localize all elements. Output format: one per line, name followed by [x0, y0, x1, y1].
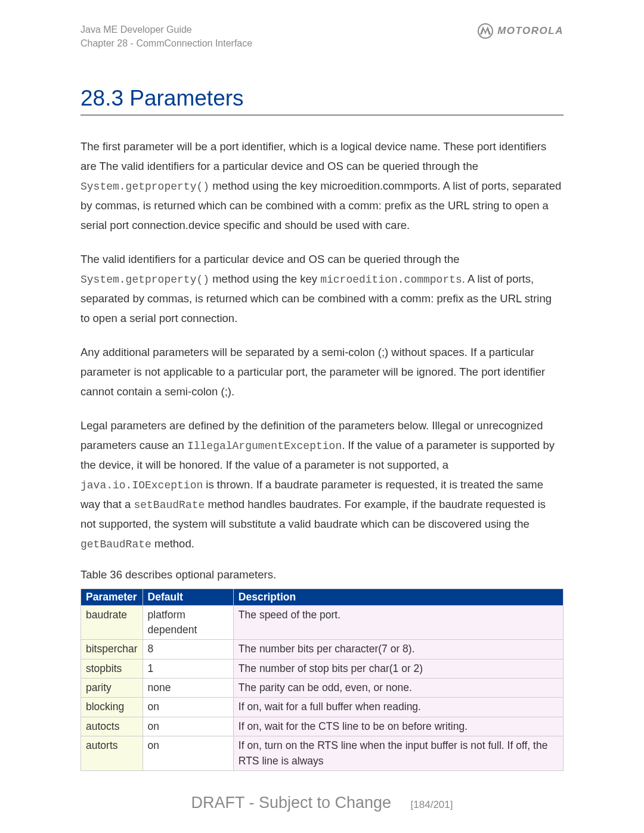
- table-row: parity none The parity can be odd, even,…: [81, 679, 564, 698]
- cell-default: 8: [143, 640, 233, 659]
- table-row: bitsperchar 8 The number bits per charac…: [81, 640, 564, 659]
- paragraph-1: The first parameter will be a port ident…: [80, 137, 564, 236]
- col-header-default: Default: [143, 589, 233, 605]
- cell-description: The parity can be odd, even, or none.: [233, 679, 563, 698]
- page-footer: DRAFT - Subject to Change [184/201]: [0, 794, 644, 812]
- cell-parameter: autorts: [81, 736, 143, 771]
- table-row: autocts on If on, wait for the CTS line …: [81, 717, 564, 736]
- draft-watermark: DRAFT - Subject to Change: [191, 794, 391, 812]
- code-system-getproperty: System.getproperty(): [80, 181, 209, 193]
- cell-description: The speed of the port.: [233, 605, 563, 640]
- cell-parameter: parity: [81, 679, 143, 698]
- cell-parameter: autocts: [81, 717, 143, 736]
- cell-description: If on, turn on the RTS line when the inp…: [233, 736, 563, 771]
- code-illegal-argument-exception: IllegalArgumentException: [187, 440, 342, 452]
- cell-description: If on, wait for the CTS line to be on be…: [233, 717, 563, 736]
- brand-logo: MOTOROLA: [477, 23, 564, 39]
- col-header-description: Description: [233, 589, 563, 605]
- code-setbaudrate: setBaudRate: [134, 499, 205, 511]
- page-header: Java ME Developer Guide Chapter 28 - Com…: [80, 23, 564, 50]
- cell-default: none: [143, 679, 233, 698]
- header-line-1: Java ME Developer Guide: [80, 23, 252, 36]
- motorola-icon: [477, 23, 494, 39]
- header-text-block: Java ME Developer Guide Chapter 28 - Com…: [80, 23, 252, 50]
- code-microedition-commports: microedition.commports: [320, 274, 462, 286]
- col-header-parameter: Parameter: [81, 589, 143, 605]
- table-row: baudrate platform dependent The speed of…: [81, 605, 564, 640]
- section-number: 28.3: [80, 86, 123, 110]
- paragraph-4: Legal parameters are defined by the defi…: [80, 416, 564, 554]
- cell-default: platform dependent: [143, 605, 233, 640]
- header-line-2: Chapter 28 - CommConnection Interface: [80, 36, 252, 50]
- cell-parameter: baudrate: [81, 605, 143, 640]
- cell-parameter: stopbits: [81, 659, 143, 678]
- cell-default: on: [143, 717, 233, 736]
- cell-parameter: blocking: [81, 698, 143, 717]
- svg-point-1: [479, 24, 492, 38]
- cell-description: The number bits per character(7 or 8).: [233, 640, 563, 659]
- section-heading: 28.3 Parameters: [80, 86, 564, 116]
- section-title-text: Parameters: [129, 86, 243, 110]
- code-getbaudrate: getBaudRate: [80, 538, 151, 550]
- parameters-table: Parameter Default Description baudrate p…: [80, 589, 564, 771]
- cell-description: If on, wait for a full buffer when readi…: [233, 698, 563, 717]
- paragraph-2: The valid identifiers for a particular d…: [80, 250, 564, 329]
- cell-default: on: [143, 698, 233, 717]
- cell-parameter: bitsperchar: [81, 640, 143, 659]
- paragraph-3: Any additional parameters will be separa…: [80, 343, 564, 402]
- code-system-getproperty: System.getproperty(): [80, 274, 209, 286]
- brand-text: MOTOROLA: [497, 25, 564, 37]
- table-caption: Table 36 describes optional parameters.: [80, 568, 564, 581]
- cell-default: 1: [143, 659, 233, 678]
- table-row: autorts on If on, turn on the RTS line w…: [81, 736, 564, 771]
- table-row: blocking on If on, wait for a full buffe…: [81, 698, 564, 717]
- cell-description: The number of stop bits per char(1 or 2): [233, 659, 563, 678]
- table-header-row: Parameter Default Description: [81, 589, 564, 605]
- table-row: stopbits 1 The number of stop bits per c…: [81, 659, 564, 678]
- code-ioexception: java.io.IOException: [80, 479, 203, 491]
- cell-default: on: [143, 736, 233, 771]
- page-number: [184/201]: [411, 799, 453, 810]
